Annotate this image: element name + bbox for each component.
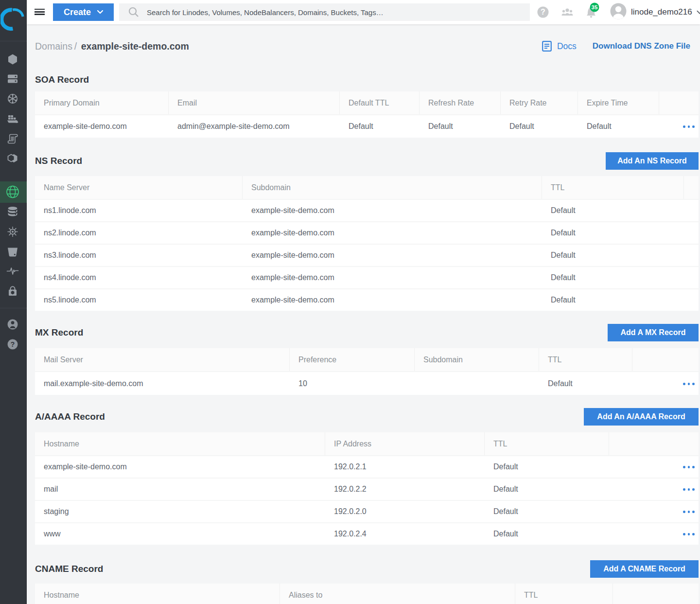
svg-text:?: ?	[541, 8, 545, 16]
svg-text:35: 35	[592, 4, 598, 10]
svg-text:?: ?	[11, 340, 15, 348]
